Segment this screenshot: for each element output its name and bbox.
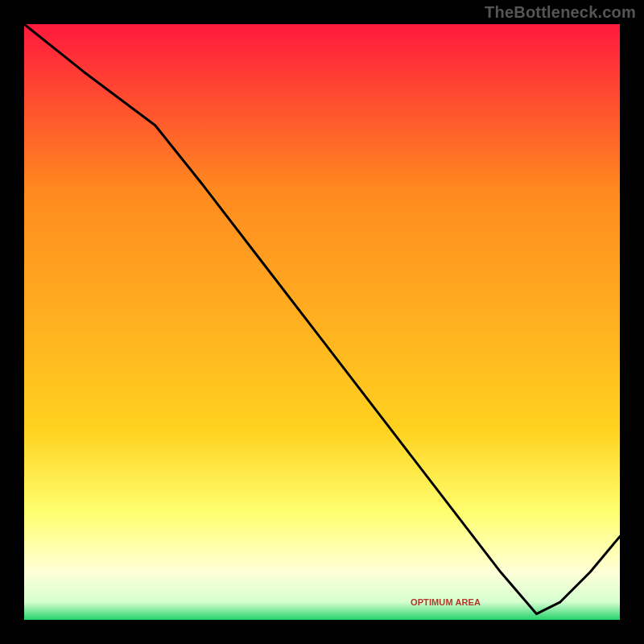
gradient-rect	[24, 24, 620, 620]
optimum-area-label: OPTIMUM AREA	[411, 597, 481, 607]
plot-area: OPTIMUM AREA	[24, 24, 620, 620]
background-gradient	[24, 24, 620, 620]
chart-stage: TheBottleneck.com OPTIMUM AREA	[0, 0, 644, 644]
watermark-text: TheBottleneck.com	[485, 3, 636, 22]
